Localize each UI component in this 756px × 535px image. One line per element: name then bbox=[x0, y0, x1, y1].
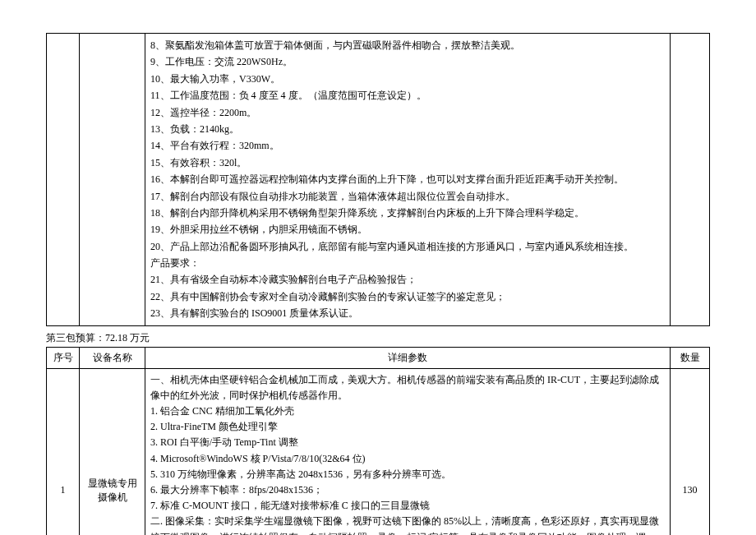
spec-line: 21、具有省级全自动标本冷藏实验解剖台电子产品检验报告； bbox=[150, 271, 665, 288]
spec-line: 16、本解剖台即可遥控器远程控制箱体内支撑台面的上升下降，也可以对支撑台面升距近… bbox=[150, 171, 665, 187]
empty-name-cell bbox=[80, 34, 145, 326]
empty-qty-cell bbox=[671, 34, 710, 326]
spec-line: 二. 图像采集：实时采集学生端显微镜下图像，视野可达镜下图像的 85%以上，清晰… bbox=[150, 514, 665, 535]
header-row: 序号 设备名称 详细参数 数量 bbox=[47, 347, 710, 368]
package3-table: 序号 设备名称 详细参数 数量 1 显微镜专用摄像机 一、相机壳体由坚硬锌铝合金… bbox=[46, 347, 710, 535]
spec-line: 5. 310 万纯物理像素，分辨率高达 2048x1536，另有多种分辨率可选。 bbox=[150, 467, 665, 482]
header-qty: 数量 bbox=[671, 347, 710, 368]
spec-line: 10、最大输入功率，V330W。 bbox=[150, 71, 665, 87]
header-spec: 详细参数 bbox=[145, 347, 671, 368]
spec-line: 19、外胆采用拉丝不锈钢，内胆采用镜面不锈钢。 bbox=[150, 221, 665, 238]
spec-line: 11、工作温度范围：负 4 度至 4 度。（温度范围可任意设定）。 bbox=[150, 87, 665, 104]
top-spec-cell: 8、聚氨酯发泡箱体盖可放置于箱体侧面，与内置磁吸附器件相吻合，摆放整洁美观。 9… bbox=[145, 34, 671, 326]
row-index: 1 bbox=[47, 368, 80, 535]
table-row: 1 显微镜专用摄像机 一、相机壳体由坚硬锌铝合金机械加工而成，美观大方。相机传感… bbox=[47, 368, 710, 535]
spec-line: 7. 标准 C-MOUNT 接口，能无缝对接带标准 C 接口的三目显微镜 bbox=[150, 498, 665, 514]
spec-line: 12、遥控半径：2200m。 bbox=[150, 104, 665, 121]
spec-line: 18、解剖台内部升降机构采用不锈钢角型架升降系统，支撑解剖台内床板的上升下降合理… bbox=[150, 205, 665, 221]
spec-line: 2. Ultra-FineTM 颜色处理引擎 bbox=[150, 419, 665, 435]
budget-line: 第三包预算：72.18 万元 bbox=[46, 331, 710, 345]
header-index: 序号 bbox=[47, 347, 80, 368]
row-name: 显微镜专用摄像机 bbox=[80, 368, 145, 535]
spec-line: 13、负载：2140kg。 bbox=[150, 121, 665, 137]
spec-line: 1. 铝合金 CNC 精细加工氧化外壳 bbox=[150, 404, 665, 419]
spec-line: 17、解剖台内部设有限位自动排水功能装置，当箱体液体超出限位位置会自动排水。 bbox=[150, 188, 665, 205]
empty-index-cell bbox=[47, 34, 80, 326]
spec-line: 8、聚氨酯发泡箱体盖可放置于箱体侧面，与内置磁吸附器件相吻合，摆放整洁美观。 bbox=[150, 37, 665, 53]
spec-line: 22、具有中国解剖协会专家对全自动冷藏解剖实验台的专家认证签字的鉴定意见； bbox=[150, 288, 665, 305]
header-name: 设备名称 bbox=[80, 347, 145, 368]
spec-line: 3. ROI 白平衡/手动 Temp-Tint 调整 bbox=[150, 435, 665, 450]
spec-line: 9、工作电压：交流 220WS0Hz。 bbox=[150, 53, 665, 70]
row-qty: 130 bbox=[671, 368, 710, 535]
spec-line: 4. Microsoft®WindoWS 核 P/Vista/7/8/10(32… bbox=[150, 451, 665, 467]
spec-line: 14、平台有效行程：320mm。 bbox=[150, 137, 665, 154]
spec-continuation-table: 8、聚氨酯发泡箱体盖可放置于箱体侧面，与内置磁吸附器件相吻合，摆放整洁美观。 9… bbox=[46, 33, 710, 326]
spec-line: 一、相机壳体由坚硬锌铝合金机械加工而成，美观大方。相机传感器的前端安装有高品质的… bbox=[150, 372, 665, 404]
row-spec: 一、相机壳体由坚硬锌铝合金机械加工而成，美观大方。相机传感器的前端安装有高品质的… bbox=[145, 368, 671, 535]
spec-line: 产品要求： bbox=[150, 255, 665, 271]
spec-line: 20、产品上部边沿配备圆环形抽风孔，底部留有能与室内通风道相连接的方形通风口，与… bbox=[150, 238, 665, 255]
spec-line: 23、具有解剖实验台的 ISO9001 质量体系认证。 bbox=[150, 305, 665, 321]
spec-line: 15、有效容积：320l。 bbox=[150, 155, 665, 171]
spec-line: 6. 最大分辨率下帧率：8fps/2048x1536； bbox=[150, 482, 665, 498]
